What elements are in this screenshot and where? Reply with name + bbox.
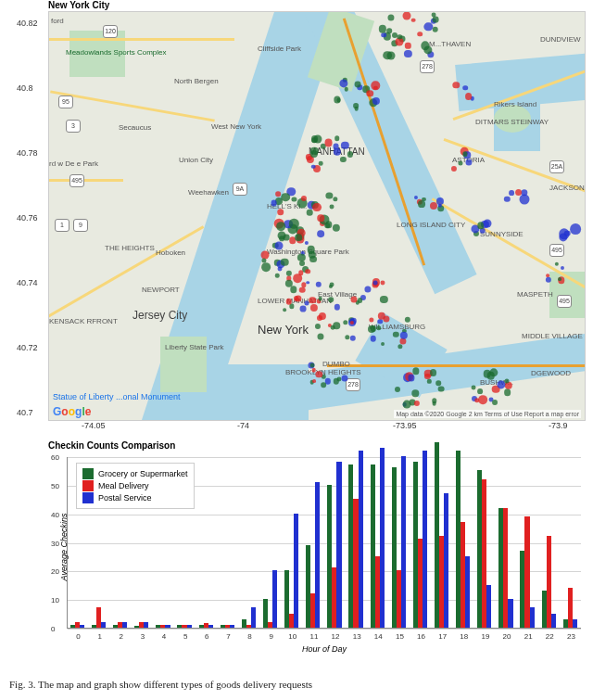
chart-bar xyxy=(573,619,577,628)
map-attribution: Map data ©2020 Google 2 km Terms of Use … xyxy=(394,410,581,418)
chart-x-tick: 13 xyxy=(353,632,361,641)
legend-label: Postal Service xyxy=(98,493,152,503)
chart-x-tick: 18 xyxy=(460,632,468,641)
legend-item: Grocery or Supermarket xyxy=(82,468,188,479)
chart-x-tick: 16 xyxy=(417,632,425,641)
chart-x-tick: 20 xyxy=(503,632,511,641)
map-y-tick: 40.82 xyxy=(17,19,38,28)
chart-x-tick: 4 xyxy=(162,632,166,641)
legend-item: Postal Service xyxy=(82,492,188,503)
chart-x-tick: 22 xyxy=(546,632,554,641)
map: MANHATTAN New York Jersey City Hoboken S… xyxy=(48,11,586,421)
hwy-shield: 95 xyxy=(58,95,73,108)
chart-bar xyxy=(208,625,213,628)
chart-bar xyxy=(122,622,127,628)
statue-link: Statue of Liberty ...onal Monument xyxy=(53,392,181,401)
chart-x-tick: 1 xyxy=(97,632,101,641)
chart-x-tick: 23 xyxy=(567,632,575,641)
chart-bar xyxy=(359,451,363,628)
map-y-tick: 40.74 xyxy=(17,278,38,287)
chart-x-tick: 11 xyxy=(309,632,318,641)
map-y-tick: 40.78 xyxy=(17,148,38,158)
label-newyork: New York xyxy=(258,323,309,337)
chart-bar xyxy=(187,625,192,628)
chart-x-tick: 17 xyxy=(438,632,447,641)
chart-bar xyxy=(101,622,106,628)
chart-bar xyxy=(551,614,556,628)
legend-item: Meal Delivery xyxy=(82,480,188,491)
chart-bar xyxy=(144,622,148,628)
chart-title: Checkin Counts Comparison xyxy=(48,440,175,451)
legend-swatch xyxy=(82,480,94,491)
map-y-tick: 40.8 xyxy=(17,83,33,93)
chart-x-tick: 5 xyxy=(183,632,187,641)
chart-y-tick: 0 xyxy=(51,625,55,633)
map-x-tick: -74.05 xyxy=(82,421,106,430)
chart-bar xyxy=(230,625,234,628)
chart-x-tick: 15 xyxy=(396,632,404,641)
chart-x-tick: 9 xyxy=(269,632,272,641)
legend-swatch xyxy=(82,468,94,479)
map-y-tick: 40.76 xyxy=(17,213,38,223)
map-y-tick: 40.72 xyxy=(17,343,38,352)
map-x-tick: -74 xyxy=(237,421,249,430)
chart-bar xyxy=(336,462,341,628)
chart-x-tick: 6 xyxy=(205,632,208,641)
chart-x-tick: 8 xyxy=(247,632,251,641)
legend-label: Meal Delivery xyxy=(98,481,149,490)
chart-x-tick: 21 xyxy=(524,632,533,641)
chart-bar xyxy=(508,599,512,628)
chart-bar xyxy=(315,482,320,628)
chart-bar xyxy=(530,607,535,628)
chart-x-tick: 3 xyxy=(141,632,145,641)
chart-y-tick: 30 xyxy=(51,539,59,547)
chart-bar xyxy=(380,448,385,628)
chart-bar xyxy=(465,556,470,628)
map-y-tick: 40.7 xyxy=(17,408,33,417)
chart-x-tick: 10 xyxy=(288,632,296,641)
chart-bar xyxy=(423,451,427,628)
chart-x-tick: 0 xyxy=(76,632,80,641)
chart-x-tick: 14 xyxy=(374,632,383,641)
x-axis-label: Hour of Day xyxy=(302,644,347,654)
map-x-tick: -73.9 xyxy=(549,421,568,430)
chart-bar xyxy=(251,607,256,628)
map-title: New York City xyxy=(48,0,109,10)
chart-bar xyxy=(165,625,170,628)
chart-bar xyxy=(401,456,406,628)
google-logo: Google xyxy=(53,405,91,418)
chart-legend: Grocery or SupermarketMeal DeliveryPosta… xyxy=(76,463,195,509)
chart-x-tick: 7 xyxy=(226,632,230,641)
chart-bar xyxy=(80,625,84,628)
legend-swatch xyxy=(82,492,94,503)
chart-y-tick: 60 xyxy=(51,453,59,462)
chart-y-tick: 20 xyxy=(51,567,59,576)
map-x-tick: -73.95 xyxy=(393,421,417,430)
chart-x-tick: 12 xyxy=(332,632,340,641)
chart-x-tick: 2 xyxy=(120,632,123,641)
chart-bar xyxy=(294,514,298,628)
chart-bar xyxy=(444,493,448,628)
label-jerseycity: Jersey City xyxy=(132,309,187,322)
chart-x-tick: 19 xyxy=(481,632,489,641)
chart-y-tick: 50 xyxy=(51,481,59,490)
legend-label: Grocery or Supermarket xyxy=(98,469,188,478)
figure-caption: Fig. 3. The map and graph show different… xyxy=(9,679,312,690)
chart-y-tick: 40 xyxy=(51,510,59,518)
checkin-chart: Checkin Counts Comparison Average Checki… xyxy=(48,440,586,658)
chart-bar xyxy=(486,585,491,628)
chart-bar xyxy=(272,570,277,628)
chart-y-tick: 10 xyxy=(51,596,59,605)
